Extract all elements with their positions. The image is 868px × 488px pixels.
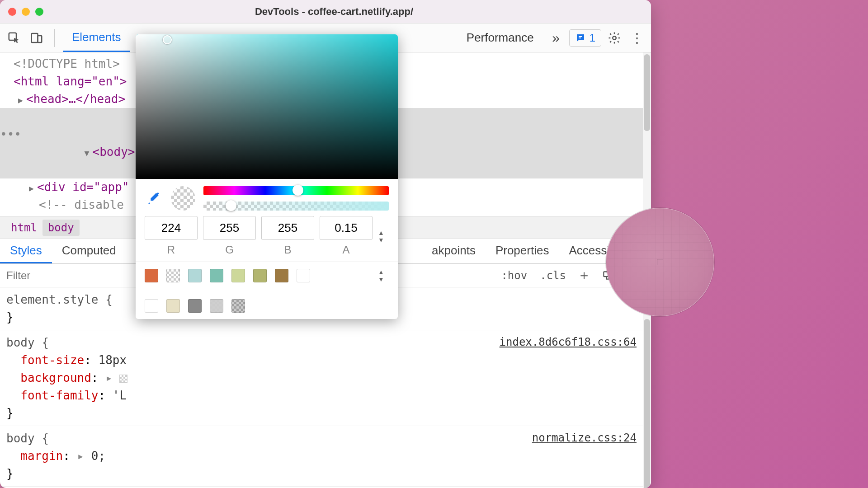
subtab-styles[interactable]: Styles	[0, 239, 52, 263]
gear-icon[interactable]	[605, 28, 624, 47]
g-input[interactable]	[203, 216, 256, 240]
dom-overflow-icon[interactable]: •••	[0, 126, 21, 143]
titlebar: DevTools - coffee-cart.netlify.app/	[0, 0, 651, 23]
spectrum-field[interactable]	[136, 34, 398, 179]
hue-slider[interactable]	[203, 186, 389, 195]
issues-count: 1	[590, 32, 595, 44]
eyedropper-icon[interactable]	[145, 189, 163, 207]
window-title: DevTools - coffee-cart.netlify.app/	[52, 6, 616, 18]
svg-point-5	[613, 36, 616, 40]
rule-body-index[interactable]: index.8d6c6f18.css:64 body { font-size: …	[0, 330, 643, 426]
b-input[interactable]	[261, 216, 314, 240]
crumb-body[interactable]: body	[42, 220, 80, 236]
a-label: A	[342, 244, 349, 256]
scroll-thumb[interactable]	[644, 54, 650, 131]
subtab-properties[interactable]: Properties	[486, 239, 559, 263]
more-tabs-icon[interactable]: »	[547, 28, 566, 47]
magnifier-crosshair	[657, 259, 663, 265]
subtab-computed[interactable]: Computed	[52, 239, 126, 263]
eyedropper-magnifier[interactable]	[606, 208, 714, 316]
svg-rect-2	[38, 36, 42, 42]
alpha-slider[interactable]	[203, 202, 389, 211]
kebab-icon[interactable]: ⋮	[627, 28, 646, 47]
chat-icon	[575, 33, 586, 43]
scroll-thumb[interactable]	[644, 319, 650, 488]
b-label: B	[284, 244, 291, 256]
issues-badge[interactable]: 1	[569, 29, 601, 47]
r-input[interactable]	[145, 216, 198, 240]
svg-rect-3	[579, 36, 582, 37]
rule-source-link[interactable]: normalize.css:24	[532, 430, 637, 446]
alpha-handle[interactable]	[226, 200, 236, 211]
color-picker: R G B A ▲▼ ▲▼	[136, 34, 398, 319]
minimize-window[interactable]	[22, 8, 30, 16]
svg-rect-1	[32, 33, 38, 42]
palette-switch-icon[interactable]: ▲▼	[378, 268, 389, 283]
a-input[interactable]	[320, 216, 373, 240]
spectrum-handle[interactable]	[163, 35, 172, 44]
inspect-icon[interactable]	[5, 28, 24, 47]
rule-source-link[interactable]: index.8d6c6f18.css:64	[500, 334, 637, 350]
swatch[interactable]	[210, 299, 223, 313]
color-swatch[interactable]	[119, 375, 127, 383]
close-window[interactable]	[8, 8, 16, 16]
subtab-breakpoints[interactable]: akpoints	[422, 239, 486, 263]
swatch[interactable]	[210, 269, 223, 282]
devtools-window: DevTools - coffee-cart.netlify.app/ Elem…	[0, 0, 651, 488]
swatch[interactable]	[253, 269, 267, 282]
swatch[interactable]	[166, 299, 180, 313]
swatch[interactable]	[275, 269, 288, 282]
add-rule-icon[interactable]: ＋	[576, 267, 592, 284]
crumb-html[interactable]: html	[5, 220, 42, 236]
rule-body-normalize[interactable]: normalize.css:24 body { margin: ▸ 0; }	[0, 426, 643, 487]
hov-button[interactable]: :hov	[495, 269, 533, 282]
format-switch-icon[interactable]: ▲▼	[378, 229, 389, 244]
color-preview	[171, 186, 195, 211]
swatch[interactable]	[297, 269, 310, 282]
cls-button[interactable]: .cls	[533, 269, 572, 282]
palette-swatches: ▲▼	[136, 262, 398, 319]
window-controls	[8, 8, 43, 16]
swatch[interactable]	[231, 269, 245, 282]
g-label: G	[225, 244, 234, 256]
swatch[interactable]	[188, 299, 202, 313]
maximize-window[interactable]	[35, 8, 43, 16]
hue-handle[interactable]	[292, 185, 303, 196]
swatch[interactable]	[231, 299, 245, 313]
swatch[interactable]	[166, 269, 180, 282]
swatch[interactable]	[145, 269, 158, 282]
swatch[interactable]	[145, 299, 158, 313]
tab-performance[interactable]: Performance	[458, 23, 543, 52]
swatch[interactable]	[188, 269, 202, 282]
r-label: R	[167, 244, 175, 256]
svg-rect-4	[579, 38, 581, 38]
device-mode-icon[interactable]	[27, 28, 46, 47]
tab-elements[interactable]: Elements	[63, 23, 130, 52]
